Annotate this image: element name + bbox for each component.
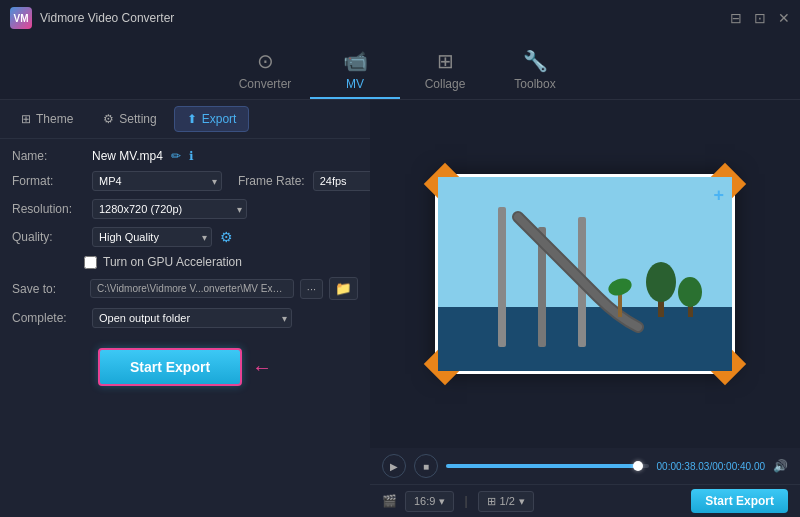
complete-select[interactable]: Open output folder [92,308,292,328]
minimize-icon[interactable]: ⊟ [730,10,742,26]
theme-icon: ⊞ [21,112,31,126]
subtab-setting-label: Setting [119,112,156,126]
resolution-select-wrap[interactable]: 1280x720 (720p) [92,199,247,219]
page-icon: ⊞ [487,495,496,508]
resolution-select[interactable]: 1280x720 (720p) [92,199,247,219]
format-select[interactable]: MP4 [92,171,222,191]
svg-rect-2 [498,207,506,347]
stop-button[interactable]: ■ [414,454,438,478]
tab-toolbox[interactable]: 🔧 Toolbox [490,43,580,99]
quality-select[interactable]: High Quality [92,227,212,247]
complete-label: Complete: [12,311,84,325]
start-export-right-button[interactable]: Start Export [691,489,788,513]
export-area: Start Export ← [0,348,370,386]
plus-icon[interactable]: + [713,185,724,206]
sub-tabs: ⊞ Theme ⚙ Setting ⬆ Export [0,100,370,139]
close-icon[interactable]: ✕ [778,10,790,26]
tab-converter[interactable]: ⊙ Converter [220,43,310,99]
ratio-chevron: ▾ [439,495,445,508]
tab-collage[interactable]: ⊞ Collage [400,43,490,99]
ratio-value: 16:9 [414,495,435,507]
left-panel: ⊞ Theme ⚙ Setting ⬆ Export Name: New MV.… [0,100,370,517]
subtab-theme[interactable]: ⊞ Theme [8,106,86,132]
format-row: Format: MP4 Frame Rate: 24fps [12,171,358,191]
gpu-label: Turn on GPU Acceleration [103,255,242,269]
progress-bar[interactable] [446,464,649,468]
app-title: Vidmore Video Converter [40,11,174,25]
nav-tabs: ⊙ Converter 📹 MV ⊞ Collage 🔧 Toolbox [0,36,800,100]
svg-point-8 [678,277,702,307]
ratio-controls: 🎬 16:9 ▾ | ⊞ 1/2 ▾ Start Export [370,484,800,517]
resolution-label: Resolution: [12,202,84,216]
name-value: New MV.mp4 [92,149,163,163]
export-icon: ⬆ [187,112,197,126]
tab-toolbox-label: Toolbox [514,77,555,91]
page-button[interactable]: ⊞ 1/2 ▾ [478,491,534,512]
page-value: 1/2 [500,495,515,507]
subtab-export[interactable]: ⬆ Export [174,106,250,132]
save-row: Save to: C:\Vidmore\Vidmore V...onverter… [12,277,358,300]
frame-rate-label: Frame Rate: [238,174,305,188]
svg-rect-9 [618,292,622,317]
time-current: 00:00:38.03 [657,461,710,472]
volume-icon[interactable]: 🔊 [773,459,788,473]
converter-icon: ⊙ [257,49,274,73]
quality-select-wrap[interactable]: High Quality [92,227,212,247]
mv-icon: 📹 [343,49,368,73]
maximize-icon[interactable]: ⊡ [754,10,766,26]
start-export-button[interactable]: Start Export [98,348,242,386]
page-chevron: ▾ [519,495,525,508]
preview-svg [438,177,732,371]
tab-mv[interactable]: 📹 MV [310,43,400,99]
main-content: ⊞ Theme ⚙ Setting ⬆ Export Name: New MV.… [0,100,800,517]
preview-controls: ▶ ■ 00:00:38.03/00:00:40.00 🔊 [370,448,800,484]
resolution-row: Resolution: 1280x720 (720p) [12,199,358,219]
name-row: Name: New MV.mp4 ✏ ℹ [12,149,358,163]
play-button[interactable]: ▶ [382,454,406,478]
subtab-theme-label: Theme [36,112,73,126]
save-label: Save to: [12,282,84,296]
quality-gear-icon[interactable]: ⚙ [220,229,233,245]
subtab-setting[interactable]: ⚙ Setting [90,106,169,132]
complete-select-wrap[interactable]: Open output folder [92,308,292,328]
arrow-indicator: ← [252,356,272,379]
svg-point-6 [646,262,676,302]
ratio-button[interactable]: 16:9 ▾ [405,491,454,512]
subtab-export-label: Export [202,112,237,126]
title-bar: VM Vidmore Video Converter ⊟ ⊡ ✕ [0,0,800,36]
tab-collage-label: Collage [425,77,466,91]
save-path: C:\Vidmore\Vidmore V...onverter\MV Expor… [90,279,294,298]
quality-label: Quality: [12,230,84,244]
edit-name-icon[interactable]: ✏ [171,149,181,163]
tab-mv-label: MV [346,77,364,91]
window-controls[interactable]: ⊟ ⊡ ✕ [730,10,790,26]
complete-row: Complete: Open output folder [12,308,358,328]
right-panel: + ▶ ■ 00:00:38.03/00:00:40.00 🔊 🎬 16:9 ▾ [370,100,800,517]
time-total: 00:00:40.00 [712,461,765,472]
preview-frame: + [435,174,735,374]
title-left: VM Vidmore Video Converter [10,7,174,29]
clip-icon: 🎬 [382,494,397,508]
gpu-row: Turn on GPU Acceleration [84,255,358,269]
setting-icon: ⚙ [103,112,114,126]
settings-form: Name: New MV.mp4 ✏ ℹ Format: MP4 Frame R… [0,139,370,338]
time-display: 00:00:38.03/00:00:40.00 [657,461,765,472]
open-folder-button[interactable]: 📁 [329,277,358,300]
collage-icon: ⊞ [437,49,454,73]
format-label: Format: [12,174,84,188]
tab-converter-label: Converter [239,77,292,91]
name-label: Name: [12,149,84,163]
progress-dot [633,461,643,471]
gpu-checkbox[interactable] [84,256,97,269]
quality-row: Quality: High Quality ⚙ [12,227,358,247]
toolbox-icon: 🔧 [523,49,548,73]
app-icon: VM [10,7,32,29]
browse-button[interactable]: ··· [300,279,323,299]
progress-fill [446,464,638,468]
format-select-wrap[interactable]: MP4 [92,171,222,191]
preview-image [438,177,732,371]
preview-area: + [370,100,800,448]
info-icon[interactable]: ℹ [189,149,194,163]
